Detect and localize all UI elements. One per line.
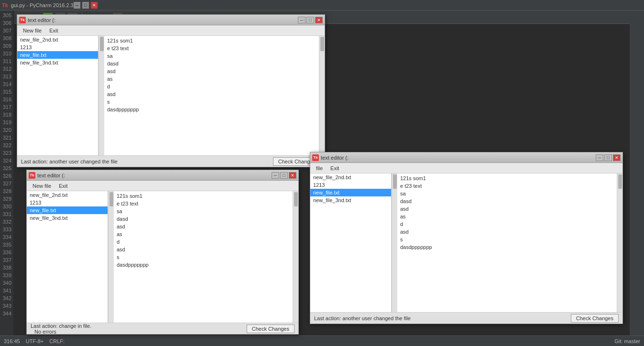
right-toolbar	[630, 11, 644, 346]
dialog-3-file-scrollbar[interactable]	[392, 173, 397, 312]
status-line-endings: CRLF:	[49, 338, 65, 344]
file-item[interactable]: new_file_3nd.txt	[310, 196, 391, 204]
dialog-3-content: 121s som1 e t23 text sa dasd asd as d as…	[397, 173, 622, 312]
dialog-3-menubar: file Exit	[310, 163, 622, 173]
dialog-2-title: text editor (:	[37, 173, 271, 178]
dialog-1-minimize[interactable]: ─	[298, 17, 306, 23]
dialog-1-file-scrollbar[interactable]	[98, 36, 104, 155]
menu-exit-3[interactable]: Exit	[327, 164, 343, 172]
dialog-2-menubar: New file Exit	[27, 181, 298, 191]
dialog-2-titlebar: Tk text editor (: ─ □ ✕	[27, 170, 298, 181]
dialog-2-close[interactable]: ✕	[289, 172, 296, 179]
dialog-2-file-list: new_file_2nd.txt 1213 new_file.txt new_f…	[27, 191, 108, 323]
ide-titlebar: Tk gui.py - PyCharm 2016.2.3 ─ □ ✕	[0, 0, 644, 11]
file-item[interactable]: 1213	[27, 199, 108, 206]
status-bar: 316:45 UTF-8+ CRLF: Git: master	[0, 335, 644, 346]
line-numbers: 305306307308 309310311312 313314315316 3…	[0, 11, 13, 346]
dialog-3-icon: Tk	[312, 154, 319, 161]
dialog-2-file-scrollbar[interactable]	[108, 191, 114, 323]
menu-new-file-1[interactable]: New file	[19, 27, 45, 34]
menu-file-3[interactable]: file	[312, 164, 327, 172]
file-item[interactable]: 1213	[310, 181, 391, 189]
file-item-selected[interactable]: new_file.txt	[310, 189, 391, 196]
dialog-3-content-scrollbar[interactable]	[617, 173, 622, 312]
dialog-2-check-changes-button[interactable]: Check Changes	[247, 324, 295, 333]
close-button[interactable]: ✕	[91, 2, 98, 9]
maximize-button[interactable]: □	[82, 2, 89, 9]
ide-window-controls: ─ □ ✕	[74, 2, 98, 9]
file-item[interactable]: new_file_2nd.txt	[17, 36, 98, 43]
dialog-1-status-text: Last action: another user changed the fi…	[21, 159, 118, 164]
dialog-3-statusbar: Last action: another user changed the fi…	[310, 312, 622, 324]
dialog-1-body: new_file_2nd.txt 1213 new_file.txt new_f…	[17, 36, 325, 155]
dialog-1-menubar: New file Exit	[17, 25, 325, 36]
dialog-3-status-text: Last action: another user changed the fi…	[314, 315, 411, 321]
dialog-3-close[interactable]: ✕	[613, 154, 621, 161]
dialog-3-titlebar: Tk text editor (: ─ □ ✕	[310, 152, 622, 163]
dialog-1: Tk text editor (: ─ □ ✕ New file Exit ne…	[17, 14, 325, 167]
file-item[interactable]: new_file_2nd.txt	[27, 191, 108, 199]
status-encoding: UTF-8+	[26, 338, 44, 344]
ide-title: gui.py - PyCharm 2016.2.3	[11, 2, 74, 8]
ide-icon: Tk	[2, 2, 8, 8]
dialog-2-statusbar: Last action: change in file.No errors Ch…	[27, 323, 298, 334]
dialog-1-icon: Tk	[19, 17, 26, 23]
dialog-3-minimize[interactable]: ─	[596, 154, 603, 161]
file-item-selected[interactable]: new_file.txt	[17, 51, 98, 59]
status-position: 316:45	[4, 338, 20, 344]
dialog-3-file-list: new_file_2nd.txt 1213 new_file.txt new_f…	[310, 173, 392, 312]
dialog-3-maximize[interactable]: □	[604, 154, 612, 161]
file-item[interactable]: new_file_3nd.txt	[17, 59, 98, 66]
dialog-1-close[interactable]: ✕	[315, 17, 323, 23]
minimize-button[interactable]: ─	[74, 2, 80, 9]
dialog-1-maximize[interactable]: □	[306, 17, 314, 23]
file-item[interactable]: new_file_3nd.txt	[27, 214, 108, 222]
menu-exit-1[interactable]: Exit	[45, 27, 62, 34]
dialog-2-icon: Tk	[29, 172, 35, 179]
menu-new-file-2[interactable]: New file	[29, 182, 55, 190]
dialog-1-titlebar: Tk text editor (: ─ □ ✕	[17, 15, 325, 25]
dialog-1-content: 121s som1 e t23 text sa dasd asd as d as…	[104, 36, 325, 155]
dialog-2-content-scrollbar[interactable]	[293, 191, 298, 323]
dialog-3-check-changes-button[interactable]: Check Changes	[571, 314, 619, 323]
dialog-2: Tk text editor (: ─ □ ✕ New file Exit ne…	[26, 170, 299, 335]
status-git: Git: master	[614, 338, 640, 344]
dialog-2-body: new_file_2nd.txt 1213 new_file.txt new_f…	[27, 191, 298, 323]
file-item[interactable]: 1213	[17, 43, 98, 51]
dialog-1-text: 121s som1 e t23 text sa dasd asd as d as…	[104, 36, 319, 155]
dialog-1-file-list: new_file_2nd.txt 1213 new_file.txt new_f…	[17, 36, 98, 155]
dialog-2-status-text: Last action: change in file.No errors	[31, 323, 91, 335]
dialog-3-body: new_file_2nd.txt 1213 new_file.txt new_f…	[310, 173, 622, 312]
dialog-3: Tk text editor (: ─ □ ✕ file Exit new_fi…	[310, 152, 623, 324]
dialog-1-statusbar: Last action: another user changed the fi…	[17, 155, 325, 167]
dialog-3-title: text editor (:	[321, 155, 595, 161]
dialog-1-title: text editor (:	[28, 17, 297, 23]
dialog-2-content: 121s som1 e t23 text sa dasd asd as d as…	[114, 191, 298, 323]
file-item-selected[interactable]: new_file.txt	[27, 206, 108, 214]
dialog-2-text: 121s som1 e t23 text sa dasd asd as d as…	[114, 191, 293, 323]
dialog-2-minimize[interactable]: ─	[272, 172, 279, 179]
menu-exit-2[interactable]: Exit	[55, 182, 71, 190]
dialog-2-maximize[interactable]: □	[280, 172, 288, 179]
dialog-1-content-scrollbar[interactable]	[319, 36, 325, 155]
file-item[interactable]: new_file_2nd.txt	[310, 173, 391, 181]
dialog-3-text: 121s som1 e t23 text sa dasd asd as d as…	[397, 173, 617, 312]
